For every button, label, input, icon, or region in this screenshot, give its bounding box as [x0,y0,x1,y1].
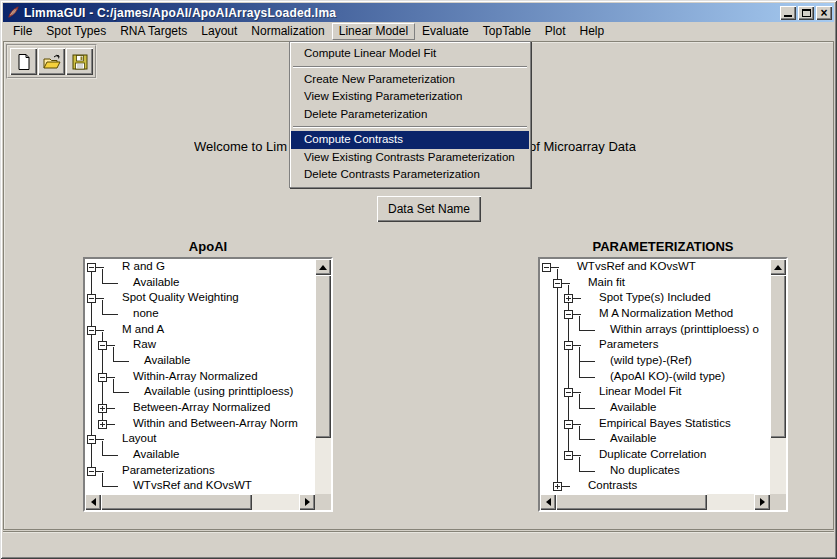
tree-node-label[interactable]: Available [133,275,179,291]
tree-row: Empirical Bayes Statistics [540,416,770,432]
scroll-up-button[interactable] [315,259,331,275]
tree-row: Available [540,431,770,447]
tree-node-label[interactable]: Available [610,431,656,447]
tree-node-label[interactable]: Available [144,353,190,369]
tree-node-label[interactable]: (ApoAI KO)-(wild type) [610,369,725,385]
tree-row: Available [85,353,315,369]
tree-node-label[interactable]: Between-Array Normalized [133,400,270,416]
menu-item-compute-linear-model-fit[interactable]: Compute Linear Model Fit [291,45,529,63]
data-set-name-button[interactable]: Data Set Name [377,196,481,222]
horizontal-scrollbar[interactable] [85,494,315,510]
tree-node-label[interactable]: WTvsRef and KOvsWT [577,259,696,275]
tree-node-label[interactable]: Duplicate Correlation [599,447,706,463]
tree-node-label[interactable]: Parameterizations [122,463,215,479]
scroll-left-button[interactable] [85,494,101,510]
menu-item-compute-contrasts[interactable]: Compute Contrasts [291,131,529,149]
tree-row: No duplicates [540,463,770,479]
open-file-button[interactable] [38,48,65,75]
tree-row: Available [540,400,770,416]
new-file-button[interactable] [10,48,37,75]
scroll-left-button[interactable] [540,494,556,510]
tree-row: (wild type)-(Ref) [540,353,770,369]
window-title: LimmaGUI - C:/james/ApoAI/ApoAIArraysLoa… [24,6,336,20]
horizontal-scrollbar[interactable] [540,494,770,510]
scroll-right-button[interactable] [299,494,315,510]
close-icon: × [820,8,827,18]
scroll-right-button[interactable] [754,494,770,510]
menubar-item-layout[interactable]: Layout [194,23,244,40]
vertical-scroll-thumb[interactable] [770,275,786,438]
tree-node-label[interactable]: M and A [122,322,164,338]
save-file-button[interactable] [66,48,93,75]
minimize-button[interactable] [780,6,796,20]
tree-node-label[interactable]: R and G [122,259,165,275]
tree-row: M A Normalization Method [540,306,770,322]
parameterizations-tree-title: PARAMETERIZATIONS [538,238,788,257]
status-area [3,531,834,556]
titlebar[interactable]: LimmaGUI - C:/james/ApoAI/ApoAIArraysLoa… [3,3,834,22]
window-controls: × [780,6,832,20]
scrollbar-corner [315,494,331,510]
linear-model-menu: Compute Linear Model FitCreate New Param… [289,41,531,188]
tree-node-label[interactable]: Spot Type(s) Included [599,290,711,306]
tree-row: Duplicate Correlation [540,447,770,463]
tree-row: Within-Array Normalized [85,369,315,385]
vertical-scrollbar[interactable] [315,259,331,510]
tree-node-label[interactable]: Main fit [588,275,625,291]
horizontal-scroll-thumb[interactable] [556,494,707,510]
tree-node-label[interactable]: Raw [133,337,156,353]
tree-row: M and A [85,322,315,338]
tree-row: WTvsRef and KOvsWT [85,478,315,494]
vertical-scrollbar[interactable] [770,259,786,510]
menubar-item-spot-types[interactable]: Spot Types [39,23,113,40]
tree-node-label[interactable]: Available (using printtiploess) [144,384,293,400]
menubar-item-linear-model[interactable]: Linear Model [332,23,415,40]
menu-item-view-existing-parameterization[interactable]: View Existing Parameterization [291,88,529,106]
toolbar [6,44,97,79]
menu-item-delete-parameterization[interactable]: Delete Parameterization [291,106,529,124]
menu-item-delete-contrasts-parameterization[interactable]: Delete Contrasts Parameterization [291,166,529,184]
tree-node-label[interactable]: Within and Between-Array Norm [133,416,298,432]
menu-item-create-new-parameterization[interactable]: Create New Parameterization [291,71,529,89]
tree-node-label[interactable]: WTvsRef and KOvsWT [133,478,252,494]
open-folder-icon [42,53,62,71]
menubar-item-normalization[interactable]: Normalization [244,23,331,40]
tree-row: WTvsRef and KOvsWT [540,259,770,275]
tree-row: Raw [85,337,315,353]
parameterizations-tree-panel: PARAMETERIZATIONS WTvsRef and KOvsWTMain… [538,238,788,512]
tree-node-label[interactable]: Layout [122,431,157,447]
maximize-button[interactable] [798,6,814,20]
menubar: FileSpot TypesRNA TargetsLayoutNormaliza… [3,22,834,41]
tk-feather-icon [6,5,21,20]
tree-node-label[interactable]: Within-Array Normalized [133,369,258,385]
menubar-item-evaluate[interactable]: Evaluate [415,23,476,40]
tree-node-label[interactable]: Empirical Bayes Statistics [599,416,731,432]
menubar-item-plot[interactable]: Plot [538,23,573,40]
close-button[interactable]: × [816,6,832,20]
tree-node-label[interactable]: Linear Model Fit [599,384,681,400]
tree-node-label[interactable]: none [133,306,159,322]
tree-node-label[interactable]: Contrasts [588,478,637,494]
tree-node-label[interactable]: No duplicates [610,463,680,479]
menubar-item-file[interactable]: File [6,23,39,40]
menubar-item-toptable[interactable]: TopTable [476,23,538,40]
tree-node-label[interactable]: Spot Quality Weighting [122,290,239,306]
menubar-item-rna-targets[interactable]: RNA Targets [113,23,194,40]
tree-node-label[interactable]: Available [610,400,656,416]
tree-node-label[interactable]: Within arrays (printtiploess) o [610,322,759,338]
tree-node-label[interactable]: Available [133,447,179,463]
menu-separator [293,66,527,68]
scroll-up-button[interactable] [770,259,786,275]
tree-node-label[interactable]: (wild type)-(Ref) [610,353,692,369]
tree-node-label[interactable]: M A Normalization Method [599,306,733,322]
new-file-icon [15,53,33,71]
tree-node-label[interactable]: Parameters [599,337,658,353]
tree-row: Layout [85,431,315,447]
horizontal-scroll-thumb[interactable] [101,494,252,510]
menu-item-view-existing-contrasts-parameterization[interactable]: View Existing Contrasts Parameterization [291,149,529,167]
menubar-item-help[interactable]: Help [573,23,612,40]
tree-row: (ApoAI KO)-(wild type) [540,369,770,385]
parameterizations-tree: WTvsRef and KOvsWTMain fitSpot Type(s) I… [538,257,788,512]
vertical-scroll-thumb[interactable] [315,275,331,438]
tree-row: Within arrays (printtiploess) o [540,322,770,338]
